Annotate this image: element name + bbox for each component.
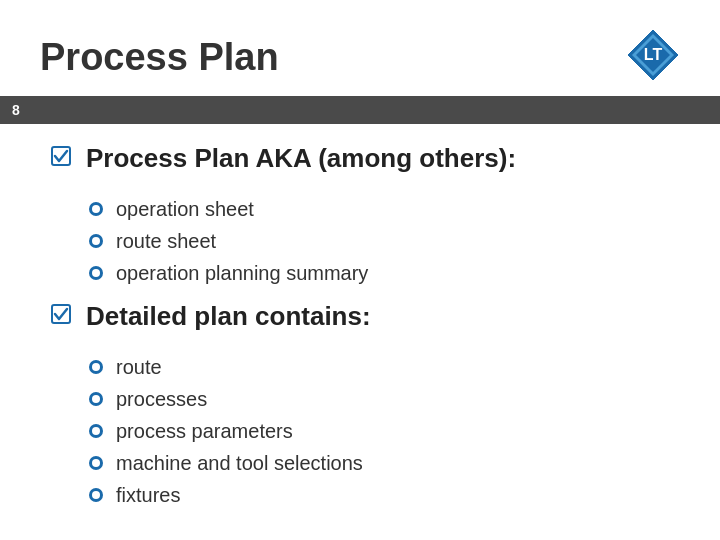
section-aka-heading: Process Plan AKA (among others): — [86, 142, 516, 176]
logo-icon: LT — [626, 28, 680, 82]
list-item: route — [86, 352, 680, 382]
content-area: Process Plan AKA (among others): operati… — [0, 124, 720, 532]
svg-point-8 — [92, 237, 100, 245]
svg-point-21 — [92, 491, 100, 499]
list-item: machine and tool selections — [86, 448, 680, 478]
bullet-operation-sheet: operation sheet — [116, 194, 254, 224]
slide-number-bar: 8 — [0, 96, 720, 124]
svg-point-15 — [92, 395, 100, 403]
checkbox-icon-detailed — [50, 303, 72, 325]
bullet-machine-tool: machine and tool selections — [116, 448, 363, 478]
checkbox-icon-aka — [50, 145, 72, 167]
list-item: operation planning summary — [86, 258, 680, 288]
svg-text:LT: LT — [644, 46, 663, 63]
section-detailed-heading: Detailed plan contains: — [86, 300, 371, 334]
list-item: fixtures — [86, 480, 680, 510]
bullet-dot-icon — [86, 231, 106, 251]
bullet-route-sheet: route sheet — [116, 226, 216, 256]
list-item: processes — [86, 384, 680, 414]
page-title: Process Plan — [40, 36, 279, 79]
bullet-dot-icon — [86, 199, 106, 219]
bullet-processes: processes — [116, 384, 207, 414]
svg-point-17 — [92, 427, 100, 435]
list-item: operation sheet — [86, 194, 680, 224]
bullet-route: route — [116, 352, 162, 382]
list-item: process parameters — [86, 416, 680, 446]
bullet-dot-icon — [86, 389, 106, 409]
sub-bullets-aka: operation sheet route sheet — [86, 194, 680, 288]
list-item: route sheet — [86, 226, 680, 256]
bullet-dot-icon — [86, 357, 106, 377]
svg-point-6 — [92, 205, 100, 213]
title-area: Process Plan LT — [0, 0, 720, 96]
logo: LT — [626, 28, 680, 86]
svg-point-19 — [92, 459, 100, 467]
bullet-dot-icon — [86, 453, 106, 473]
bullet-operation-planning: operation planning summary — [116, 258, 368, 288]
bullet-dot-icon — [86, 263, 106, 283]
main-bullet-aka: Process Plan AKA (among others): — [50, 142, 680, 176]
section-detailed: Detailed plan contains: route — [50, 300, 680, 510]
slide-number: 8 — [12, 102, 20, 118]
svg-point-10 — [92, 269, 100, 277]
bullet-dot-icon — [86, 485, 106, 505]
main-bullet-detailed: Detailed plan contains: — [50, 300, 680, 334]
bullet-fixtures: fixtures — [116, 480, 180, 510]
slide: Process Plan LT 8 Pr — [0, 0, 720, 540]
bullet-process-parameters: process parameters — [116, 416, 293, 446]
bullet-dot-icon — [86, 421, 106, 441]
section-aka: Process Plan AKA (among others): operati… — [50, 142, 680, 288]
sub-bullets-detailed: route processes — [86, 352, 680, 510]
svg-point-13 — [92, 363, 100, 371]
